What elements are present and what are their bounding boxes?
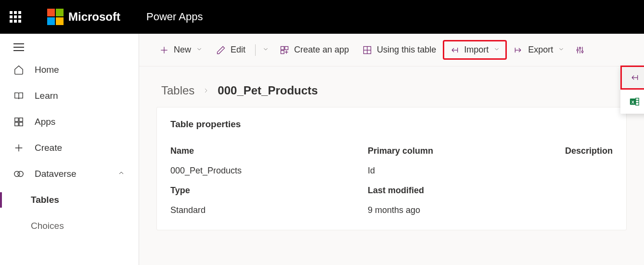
sidebar-item-label: Learn <box>35 91 58 101</box>
chevron-right-icon <box>202 84 210 97</box>
menu-toggle-button[interactable] <box>0 38 139 57</box>
excel-icon: X <box>629 96 640 107</box>
main-content: New Edit Create an <box>139 34 644 265</box>
prop-label-type: Type <box>170 183 368 199</box>
svg-point-12 <box>582 51 583 52</box>
import-excel-menu-item[interactable]: X Import data from Excel <box>620 90 644 114</box>
svg-rect-8 <box>281 50 284 53</box>
svg-point-5 <box>18 172 23 177</box>
svg-rect-1 <box>19 118 23 121</box>
prop-label-description: Description <box>565 143 613 159</box>
svg-rect-15 <box>636 98 639 106</box>
svg-rect-7 <box>285 46 288 50</box>
prop-value-modified: 9 months ago <box>368 202 565 218</box>
sidebar-item-label: Choices <box>31 221 64 231</box>
sliders-icon <box>575 45 585 55</box>
pencil-icon <box>216 45 226 55</box>
edit-button[interactable]: Edit <box>210 41 251 59</box>
prop-value-name: 000_Pet_Products <box>170 163 368 179</box>
prop-value-type: Standard <box>170 202 368 218</box>
sidebar-item-label: Home <box>35 65 59 75</box>
home-icon <box>13 65 24 75</box>
divider <box>255 44 256 56</box>
dataverse-icon <box>13 169 24 179</box>
app-launcher-icon[interactable] <box>10 11 21 23</box>
app-name: Power Apps <box>146 11 203 23</box>
using-table-button[interactable]: Using this table <box>357 41 442 59</box>
breadcrumb-current: 000_Pet_Products <box>218 84 318 97</box>
sidebar-item-home[interactable]: Home <box>0 57 139 83</box>
toolbar-label: Export <box>528 45 553 55</box>
import-dropdown: Import data X Import data from Excel <box>620 66 644 114</box>
svg-point-10 <box>577 49 579 51</box>
svg-rect-3 <box>19 122 23 126</box>
svg-rect-6 <box>281 46 284 50</box>
hamburger-icon <box>13 43 24 51</box>
sidebar-item-learn[interactable]: Learn <box>0 83 139 109</box>
import-icon <box>450 45 459 55</box>
sidebar-item-dataverse[interactable]: Dataverse <box>0 161 139 187</box>
sidebar-item-apps[interactable]: Apps <box>0 109 139 135</box>
settings-button[interactable] <box>572 41 588 59</box>
svg-rect-2 <box>15 122 18 126</box>
toolbar-label: Import <box>464 45 489 55</box>
sidebar-item-label: Tables <box>31 195 59 205</box>
export-icon <box>514 45 523 55</box>
prop-label-modified: Last modified <box>368 183 565 199</box>
chevron-down-icon <box>196 45 203 55</box>
new-button[interactable]: New <box>154 41 208 59</box>
plus-icon <box>159 45 169 55</box>
grid-icon <box>13 117 24 127</box>
import-data-menu-item[interactable]: Import data <box>620 66 644 90</box>
prop-label-primary: Primary column <box>368 143 565 159</box>
table-icon <box>362 45 372 55</box>
book-icon <box>13 91 24 101</box>
svg-point-11 <box>580 47 581 49</box>
sidebar-item-tables[interactable]: Tables <box>0 187 139 213</box>
sidebar-item-label: Create <box>35 143 62 153</box>
toolbar-label: Edit <box>231 45 245 55</box>
table-properties-card: Table properties Name Primary column Des… <box>156 107 627 230</box>
prop-value-primary: Id <box>368 163 565 179</box>
sidebar-item-label: Dataverse <box>35 169 77 179</box>
import-icon <box>629 72 640 83</box>
chevron-down-icon <box>558 45 565 55</box>
chevron-down-icon <box>493 45 500 55</box>
toolbar-label: New <box>174 45 191 55</box>
toolbar-label: Using this table <box>377 45 436 55</box>
plus-icon <box>13 143 24 153</box>
sidebar: Home Learn Apps Create Dataverse <box>0 34 139 265</box>
microsoft-logo-icon <box>47 9 64 25</box>
sidebar-item-label: Apps <box>35 117 55 127</box>
app-header: Microsoft Power Apps <box>0 0 644 34</box>
export-button[interactable]: Export <box>508 41 570 59</box>
svg-text:X: X <box>631 100 635 105</box>
chevron-up-icon <box>117 169 125 179</box>
edit-more-button[interactable] <box>259 41 272 59</box>
app-plus-icon <box>280 45 289 55</box>
company-name: Microsoft <box>68 10 120 24</box>
breadcrumb: Tables 000_Pet_Products <box>139 66 644 107</box>
sidebar-item-choices[interactable]: Choices <box>0 213 139 239</box>
toolbar-label: Create an app <box>294 45 349 55</box>
create-app-button[interactable]: Create an app <box>274 41 355 59</box>
sidebar-item-create[interactable]: Create <box>0 135 139 161</box>
chevron-down-icon <box>262 45 269 55</box>
svg-rect-0 <box>15 118 18 121</box>
prop-value-description <box>565 163 613 179</box>
prop-label-name: Name <box>170 143 368 159</box>
import-button[interactable]: Import <box>444 41 506 59</box>
card-title: Table properties <box>170 119 613 130</box>
toolbar: New Edit Create an <box>139 34 644 66</box>
microsoft-logo[interactable]: Microsoft <box>47 9 120 25</box>
breadcrumb-parent[interactable]: Tables <box>161 84 194 97</box>
